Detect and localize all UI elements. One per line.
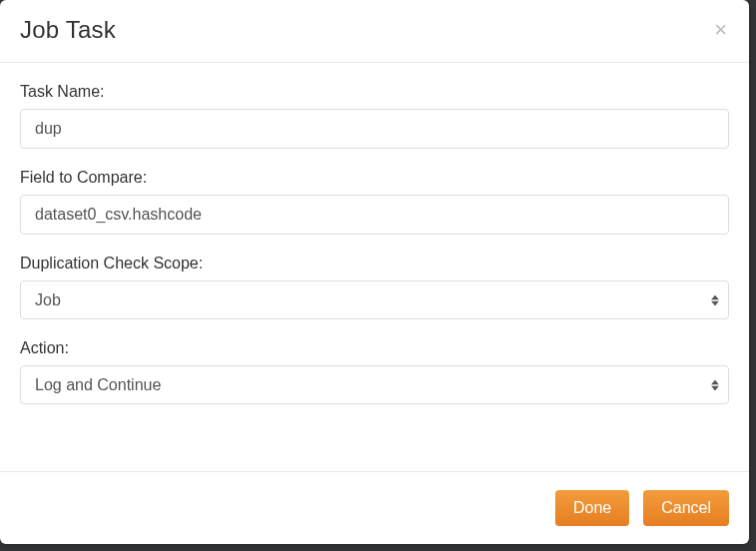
action-select[interactable]: Log and Continue: [20, 365, 729, 404]
duplication-check-scope-group: Duplication Check Scope: Job: [20, 255, 729, 319]
close-icon: ×: [714, 17, 727, 42]
action-group: Action: Log and Continue: [20, 339, 729, 404]
job-task-modal: Job Task × Task Name: Field to Compare: …: [0, 0, 749, 544]
modal-header: Job Task ×: [0, 0, 749, 63]
duplication-check-scope-select-wrapper: Job: [20, 280, 729, 319]
field-to-compare-input[interactable]: [20, 195, 729, 235]
field-to-compare-group: Field to Compare:: [20, 169, 729, 235]
duplication-check-scope-select[interactable]: Job: [20, 280, 729, 319]
close-button[interactable]: ×: [712, 19, 729, 41]
modal-footer: Done Cancel: [0, 471, 749, 544]
cancel-button[interactable]: Cancel: [643, 490, 729, 526]
action-label: Action:: [20, 339, 729, 357]
action-select-wrapper: Log and Continue: [20, 365, 729, 404]
task-name-label: Task Name:: [20, 83, 729, 101]
task-name-group: Task Name:: [20, 83, 729, 149]
field-to-compare-label: Field to Compare:: [20, 169, 729, 187]
done-button[interactable]: Done: [555, 490, 629, 526]
duplication-check-scope-label: Duplication Check Scope:: [20, 255, 729, 273]
task-name-input[interactable]: [20, 109, 729, 149]
modal-body: Task Name: Field to Compare: Duplication…: [0, 63, 749, 471]
modal-title: Job Task: [20, 16, 116, 44]
